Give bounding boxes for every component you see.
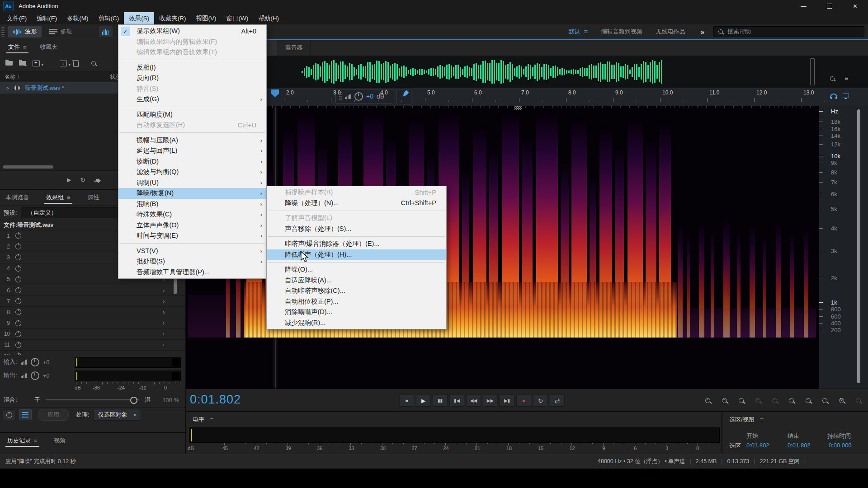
tab-media-browser[interactable]: 本浏览器 <box>3 190 32 205</box>
noise-submenu-item-12[interactable]: 自动咔嗒声移除(C)... <box>267 286 446 296</box>
slot-power-icon[interactable] <box>15 342 21 348</box>
effects-menu-item-10[interactable]: 匹配响度(M) <box>118 109 266 120</box>
effects-menu-item-25[interactable]: 批处理(S)› <box>118 256 266 267</box>
zoom-selection-button[interactable] <box>818 395 831 405</box>
fast-forward-button[interactable]: ▶▶ <box>483 394 498 407</box>
column-name[interactable]: 名称 ↑ <box>5 73 19 81</box>
effects-menu-item-18[interactable]: 降噪/恢复(N)› <box>118 188 266 199</box>
slot-power-icon[interactable] <box>15 254 21 260</box>
tab-effects-rack[interactable]: 效果组 ≡ <box>43 190 73 205</box>
slot-power-icon[interactable] <box>15 331 21 337</box>
playhead-marker[interactable] <box>271 89 279 97</box>
noise-submenu-item-11[interactable]: 自适应降噪(A)... <box>267 275 446 286</box>
slot-power-icon[interactable] <box>15 320 21 326</box>
effects-menu-item-13[interactable]: 振幅与压限(A)› <box>118 135 266 146</box>
slot-power-icon[interactable] <box>15 309 21 315</box>
menubar-item-8[interactable]: 窗口(W) <box>222 12 254 24</box>
effects-menu-item-11[interactable]: 自动修复选区(H)Ctrl+U <box>118 120 266 131</box>
effects-menu-item-22[interactable]: 时间与变调(E)› <box>118 230 266 241</box>
output-gain-knob[interactable] <box>31 371 39 380</box>
effects-menu-item-20[interactable]: 特殊效果(C)› <box>118 209 266 220</box>
zoom-selection-in-button[interactable]: + <box>751 395 764 405</box>
effect-slot-12[interactable]: 12› <box>0 351 185 355</box>
slot-chevron-icon[interactable]: › <box>163 331 165 337</box>
zoom-to-selection-button[interactable] <box>734 395 748 405</box>
output-gain-value[interactable]: +0 <box>43 372 50 379</box>
effects-menu-item-21[interactable]: 立体声声像(O)› <box>118 220 266 231</box>
auto-play-button[interactable]: ▸ <box>94 176 99 184</box>
import-file-icon[interactable] <box>19 61 26 66</box>
effects-rack-menu-icon[interactable]: ≡ <box>67 194 71 201</box>
levels-panel-menu-icon[interactable]: ≡ <box>210 416 213 423</box>
files-search-icon[interactable] <box>91 61 96 66</box>
noise-submenu-item-4[interactable]: 了解声音模型(L) <box>267 213 446 224</box>
tab-files[interactable]: 文件 ≡ <box>5 39 29 55</box>
menubar-item-1[interactable]: 文件(F) <box>2 12 32 24</box>
menubar-item-4[interactable]: 剪辑(C) <box>94 12 124 24</box>
hud-gain-value[interactable]: +0 <box>366 93 373 100</box>
noise-submenu-item-13[interactable]: 自动相位校正(P)... <box>267 296 446 307</box>
effect-slot-11[interactable]: 11› <box>0 340 185 351</box>
skip-forward-button[interactable]: ▶▮ <box>500 394 514 407</box>
zoom-in-button[interactable]: + <box>701 395 714 405</box>
effects-menu-item-3[interactable]: 编辑效果组内的音轨效果(T) <box>118 47 266 58</box>
selection-panel-menu-icon[interactable]: ≡ <box>760 416 764 423</box>
spectrogram-scrollbar[interactable] <box>857 109 860 383</box>
slot-chevron-icon[interactable]: › <box>163 342 165 348</box>
metronome-icon[interactable] <box>843 94 849 98</box>
apply-button[interactable]: 应用 <box>38 409 69 421</box>
slot-chevron-icon[interactable]: › <box>163 309 165 315</box>
overview-options-icon[interactable]: ≡ <box>844 75 848 82</box>
tab-video[interactable]: 视频 <box>51 433 68 448</box>
skip-back-button[interactable]: ▮◀ <box>449 394 464 407</box>
slot-power-icon[interactable] <box>15 298 21 304</box>
zoom-selection-out-button[interactable]: − <box>768 395 781 405</box>
menubar-item-7[interactable]: 视图(V) <box>191 12 222 24</box>
open-file-icon[interactable] <box>5 61 13 66</box>
pause-button[interactable]: ▮▮ <box>433 394 448 407</box>
waveform-overview[interactable]: ≡ <box>186 56 868 89</box>
slot-power-icon[interactable] <box>15 287 21 293</box>
effects-menu-item-26[interactable]: 音频增效工具管理器(P)... <box>118 267 266 278</box>
effect-slot-6[interactable]: 6› <box>0 285 185 296</box>
process-dropdown[interactable]: 仅选区对象 ▾ <box>93 409 141 421</box>
reset-zoom-button[interactable]: ↻ <box>835 395 848 405</box>
effects-menu-item-16[interactable]: 滤波与均衡(Q)› <box>118 167 266 178</box>
menubar-item-5[interactable]: 效果(S) <box>124 12 154 24</box>
slot-chevron-icon[interactable]: › <box>163 298 165 305</box>
rack-list-toggle-button[interactable] <box>19 409 32 420</box>
slot-chevron-icon[interactable]: › <box>163 287 165 294</box>
selection-drag-handle[interactable] <box>514 106 522 110</box>
slot-power-icon[interactable] <box>15 277 21 282</box>
effects-menu-item-15[interactable]: 诊断(D)› <box>118 156 266 167</box>
mix-slider-knob[interactable] <box>130 397 137 404</box>
expand-icon[interactable]: > <box>6 85 9 91</box>
input-gain-value[interactable]: +0 <box>43 359 50 366</box>
effects-menu-item-19[interactable]: 混响(B)› <box>118 199 266 210</box>
workspace-menu-icon[interactable]: ≡ <box>584 28 587 35</box>
new-file-icon[interactable] <box>33 61 40 66</box>
mix-slider[interactable] <box>46 399 140 400</box>
preview-loop-button[interactable]: ↻ <box>80 176 85 183</box>
effects-menu-item-24[interactable]: VST(V)› <box>118 246 266 257</box>
menubar-item-2[interactable]: 编辑(E) <box>32 12 62 24</box>
spectral-display-button[interactable] <box>99 26 113 37</box>
noise-submenu-item-15[interactable]: 减少混响(R)... <box>267 318 446 328</box>
range-handle-right[interactable] <box>810 58 815 85</box>
zoom-navigate-icon[interactable] <box>830 76 835 81</box>
noise-submenu-item-1[interactable]: 捕捉噪声样本(B)Shift+P <box>267 187 446 198</box>
tab-mixer[interactable]: 混音器 <box>278 40 311 56</box>
loop-button[interactable]: ↻ <box>533 394 548 407</box>
noise-submenu-item-5[interactable]: 声音移除（处理）(S)... <box>267 224 446 235</box>
workspace-overflow-button[interactable]: » <box>701 28 704 36</box>
insert-into-multitrack-icon[interactable] <box>60 61 67 66</box>
slot-power-icon[interactable] <box>15 266 21 272</box>
effects-menu-item-1[interactable]: ✓显示效果组(W)Alt+0 <box>118 26 266 37</box>
menubar-item-3[interactable]: 多轨(M) <box>62 12 93 24</box>
stop-button[interactable]: ■ <box>399 394 414 407</box>
workspace-tab-edit-audio-video[interactable]: 编辑音频到视频 <box>601 28 642 36</box>
noise-submenu-item-7[interactable]: 咔嗒声/爆音消除器（处理）(E)... <box>267 239 446 249</box>
noise-submenu-item-10[interactable]: 降噪(O)... <box>267 264 446 275</box>
workspace-default-tab[interactable]: 默认 <box>568 28 580 36</box>
zoom-out-button[interactable]: − <box>717 395 731 405</box>
